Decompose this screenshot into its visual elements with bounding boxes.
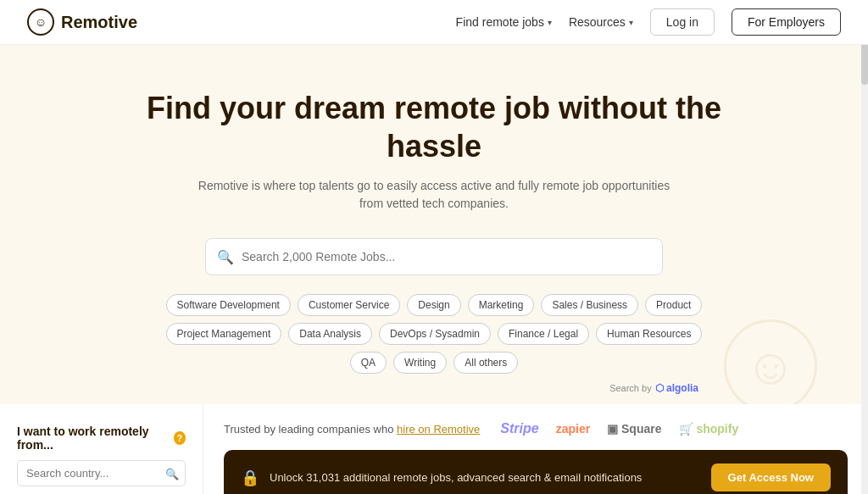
category-tag[interactable]: Marketing <box>468 294 535 316</box>
category-tag[interactable]: Writing <box>393 352 447 374</box>
company-logo: 🛒 shopify <box>679 422 739 436</box>
search-icon: 🔍 <box>217 249 234 265</box>
country-search-container: 🔍 <box>17 460 186 486</box>
country-search-input[interactable] <box>17 460 186 486</box>
svg-text:☺: ☺ <box>35 15 47 29</box>
trusted-text: Trusted by leading companies who hire on… <box>224 423 480 436</box>
logo-icon: ☺ <box>27 8 54 36</box>
unlock-banner: 🔒 Unlock 31,031 additional remote jobs, … <box>224 450 848 494</box>
category-tag[interactable]: QA <box>350 352 387 374</box>
trusted-bar: Trusted by leading companies who hire on… <box>224 421 848 436</box>
hero-mascot: ☺ <box>724 319 817 404</box>
unlock-banner-left: 🔒 Unlock 31,031 additional remote jobs, … <box>241 469 642 487</box>
search-container: 🔍 <box>205 238 663 275</box>
logo-text: Remotive <box>61 13 137 32</box>
category-tag[interactable]: DevOps / Sysadmin <box>379 323 491 345</box>
hero-subtitle: Remotive is where top talents go to easi… <box>197 177 671 213</box>
logo[interactable]: ☺ Remotive <box>27 8 137 36</box>
category-tag[interactable]: Project Management <box>166 323 282 345</box>
category-tag[interactable]: Software Development <box>166 294 291 316</box>
company-logo: Stripe <box>500 421 538 436</box>
company-logo: zapier <box>556 422 590 436</box>
country-search-icon: 🔍 <box>165 467 179 480</box>
category-tag[interactable]: Customer Service <box>298 294 400 316</box>
help-icon[interactable]: ? <box>174 431 186 445</box>
resources-caret: ▾ <box>629 18 633 27</box>
category-tags: Software DevelopmentCustomer ServiceDesi… <box>146 294 722 374</box>
find-jobs-link[interactable]: Find remote jobs ▾ <box>456 15 552 29</box>
category-tag[interactable]: Design <box>407 294 460 316</box>
algolia-badge: Search by ⬡ algolia <box>609 382 698 394</box>
category-tag[interactable]: Product <box>645 294 702 316</box>
category-tag[interactable]: Finance / Legal <box>498 323 589 345</box>
get-access-button[interactable]: Get Access Now <box>711 463 831 491</box>
sidebar: I want to work remotely from... ? 🔍 USAG… <box>0 404 203 494</box>
resources-link[interactable]: Resources ▾ <box>569 15 633 29</box>
navbar: ☺ Remotive Find remote jobs ▾ Resources … <box>0 0 868 45</box>
category-tag[interactable]: All others <box>453 352 518 374</box>
company-logos: Stripezapier▣ Square🛒 shopify <box>500 421 738 436</box>
nav-right: Find remote jobs ▾ Resources ▾ Log in Fo… <box>456 8 841 36</box>
category-tag[interactable]: Human Resources <box>596 323 702 345</box>
sidebar-title: I want to work remotely from... ? <box>17 425 186 452</box>
hero-section: Find your dream remote job without the h… <box>0 45 868 404</box>
algolia-label: Search by <box>609 383 652 393</box>
search-input[interactable] <box>205 238 663 275</box>
category-tag[interactable]: Data Analysis <box>288 323 372 345</box>
company-logo: ▣ Square <box>607 422 661 436</box>
employers-button[interactable]: For Employers <box>732 8 841 36</box>
hire-link[interactable]: hire on Remotive <box>397 423 480 436</box>
page-scrollbar[interactable] <box>861 0 868 494</box>
hero-title: Find your dream remote job without the h… <box>103 89 765 165</box>
find-jobs-caret: ▾ <box>548 18 552 27</box>
right-panel: Trusted by leading companies who hire on… <box>203 404 868 494</box>
unlock-text: Unlock 31,031 additional remote jobs, ad… <box>270 471 642 484</box>
category-tag[interactable]: Sales / Business <box>541 294 638 316</box>
login-button[interactable]: Log in <box>650 8 715 36</box>
main-content: I want to work remotely from... ? 🔍 USAG… <box>0 404 868 494</box>
lock-icon: 🔒 <box>241 469 259 487</box>
algolia-logo: ⬡ algolia <box>655 382 698 394</box>
